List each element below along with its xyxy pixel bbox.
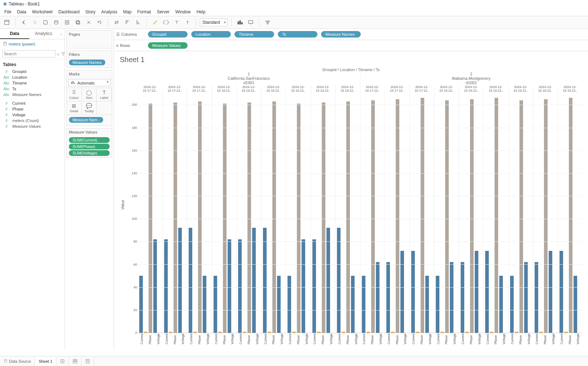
group-button[interactable] [161,18,171,27]
col-pill-measure-names[interactable]: Measure Names [321,31,361,38]
back-button[interactable] [19,18,28,27]
marks-size[interactable]: ◯Size [82,88,97,101]
svg-point-16 [267,23,268,24]
sort-asc-button[interactable] [123,18,132,27]
new-story-button[interactable] [82,357,94,366]
pin-button[interactable] [183,18,192,27]
forward-button[interactable] [30,18,39,27]
marks-type-select[interactable]: Automatic [68,79,110,86]
chart-canvas[interactable] [138,93,582,333]
database-icon [3,42,7,47]
field-ts[interactable]: AbcTs [0,86,65,92]
new-sheet-button[interactable] [62,18,72,27]
menu-file[interactable]: File [4,9,11,14]
mv-pill-voltage[interactable]: SUM(Voltage) [69,150,110,156]
toolbar: Standard [0,16,588,29]
menu-bar: File Data Worksheet Dashboard Story Anal… [0,8,588,16]
datasource-row[interactable]: meters (power) [0,39,65,49]
sheet-title[interactable]: Sheet 1 [120,56,582,64]
svg-rect-5 [44,21,47,24]
menu-story[interactable]: Story [85,9,96,14]
row-pill-measure-values[interactable]: Measure Values [148,42,188,49]
col-pill-location[interactable]: Location [191,31,231,38]
menu-data[interactable]: Data [17,9,26,14]
save-button[interactable] [41,18,50,27]
menu-help[interactable]: Help [197,9,206,14]
field-measure-values[interactable]: #Measure Values [0,123,65,129]
columns-icon: ☰ [116,32,120,37]
swap-button[interactable] [112,18,121,27]
field-groupid[interactable]: #Groupid [0,69,65,74]
tab-sheet-1[interactable]: Sheet 1 [35,357,56,366]
svg-rect-9 [77,21,80,24]
field-phase[interactable]: #Phase [0,106,65,112]
field-location[interactable]: AbcLocation [0,74,65,80]
marks-label[interactable]: TLabel [97,88,112,101]
col-pill-tbname[interactable]: Tbname [234,31,274,38]
cards-panel: Pages Filters Measure Names Marks Automa… [65,29,114,349]
svg-point-25 [4,359,7,360]
marks-colour[interactable]: ⠿Colour [67,88,82,101]
field-measure-names[interactable]: AbcMeasure Names [0,92,65,97]
menu-analysis[interactable]: Analysis [101,9,118,14]
marks-detail[interactable]: ⊞Detail [67,101,82,115]
marks-colour-pill[interactable]: Measure Nam.. [69,117,103,123]
duplicate-button[interactable] [73,18,83,27]
col-pill-groupid[interactable]: Groupid [148,31,188,38]
clear-button[interactable] [84,18,93,27]
menu-window[interactable]: Window [175,9,191,14]
field-tbname[interactable]: AbcTbname [0,80,65,86]
collapse-icon[interactable]: ‹ [58,29,65,39]
svg-point-17 [4,42,6,43]
new-datasource-button[interactable] [52,18,61,27]
fit-select[interactable]: Standard [200,18,228,26]
view-area: ☰Columns GroupidLocationTbnameTsMeasure … [114,29,588,349]
svg-rect-12 [241,22,242,24]
svg-rect-29 [73,361,77,363]
col-pill-ts[interactable]: Ts [278,31,317,38]
mv-pill-phase[interactable]: SUM(Phase) [69,144,110,149]
marks-card[interactable]: Marks Automatic ⠿Colour ◯Size TLabel ⊞De… [66,70,112,126]
rows-icon: ≡ [116,43,118,48]
refresh-button[interactable] [95,18,104,27]
menu-worksheet[interactable]: Worksheet [32,9,53,14]
search-input[interactable] [2,50,56,57]
highlight-button[interactable] [150,18,160,27]
search-icon[interactable]: ⌕ [57,51,60,57]
show-labels-button[interactable] [235,18,245,27]
filter-pill-measure-names[interactable]: Measure Names [69,60,105,65]
start-page-button[interactable] [2,18,12,27]
tab-datasource[interactable]: Data Source [0,357,35,366]
presentation-button[interactable] [246,18,255,27]
svg-rect-24 [74,83,75,84]
mv-pill-current[interactable]: SUM(Current) [69,137,110,143]
svg-rect-27 [73,359,75,361]
marks-tooltip[interactable]: 💬Tooltip [82,101,97,115]
menu-dashboard[interactable]: Dashboard [58,9,80,14]
pages-card[interactable]: Pages [66,30,112,48]
show-me-button[interactable] [263,18,272,27]
new-worksheet-button[interactable] [56,357,69,366]
data-panel: Data Analytics ‹ meters (power) ⌕ ▾ Tabl… [0,29,65,349]
menu-server[interactable]: Server [157,9,170,14]
new-dashboard-button[interactable] [69,357,82,366]
filters-card[interactable]: Filters Measure Names [66,51,112,68]
sort-desc-button[interactable] [133,18,143,27]
svg-rect-10 [238,22,239,24]
columns-shelf[interactable]: ☰Columns GroupidLocationTbnameTsMeasure … [114,29,588,40]
tab-analytics[interactable]: Analytics [29,29,58,39]
svg-rect-11 [240,21,241,24]
app-icon [3,2,7,6]
menu-format[interactable]: Format [137,9,151,14]
svg-rect-4 [5,20,9,25]
field-meters-count-[interactable]: #meters (Count) [0,118,65,123]
tab-data[interactable]: Data [0,29,29,39]
field-current[interactable]: #Current [0,100,65,106]
rows-shelf[interactable]: ≡Rows Measure Values [114,40,588,51]
datasource-icon [4,359,8,363]
measure-values-card[interactable]: Measure Values SUM(Current) SUM(Phase) S… [66,128,112,158]
svg-point-6 [54,21,58,22]
field-voltage[interactable]: #Voltage [0,112,65,118]
menu-map[interactable]: Map [123,9,131,14]
text-button[interactable] [172,18,181,27]
